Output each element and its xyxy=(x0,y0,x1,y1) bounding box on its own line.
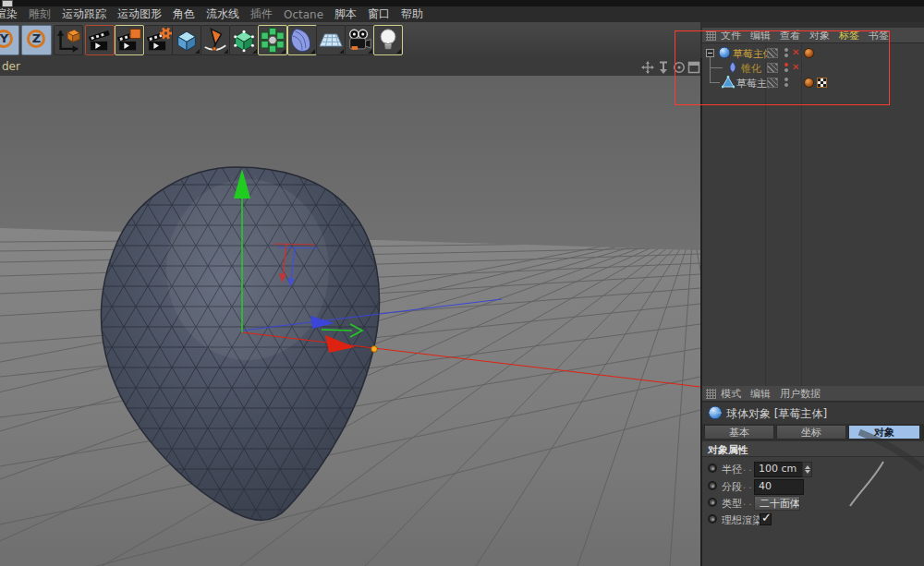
mograph-cluster-icon xyxy=(259,26,286,54)
leader-dots: . . . xyxy=(743,480,754,490)
pen-icon xyxy=(201,26,229,54)
y-view-label: Y xyxy=(0,31,18,45)
enable-toggle[interactable]: ✕ xyxy=(792,47,799,57)
axis-cube-icon xyxy=(55,26,82,54)
check-icon: ✓ xyxy=(761,511,772,524)
viewport-canvas[interactable] xyxy=(0,76,700,566)
pan-view-icon[interactable] xyxy=(641,61,654,74)
menu-character[interactable]: 角色 xyxy=(169,6,199,22)
om-menu-tags[interactable]: 标签 xyxy=(839,29,859,42)
menu-octane[interactable]: Octane xyxy=(280,8,327,21)
om-menu-bookmarks[interactable]: 书签 xyxy=(869,29,889,42)
object-manager-menubar: 文件 编辑 查看 对象 标签 书签 xyxy=(702,28,924,43)
layer-swatch[interactable] xyxy=(767,63,778,73)
rotate-view-icon[interactable] xyxy=(673,61,686,74)
editor-visibility-dot[interactable] xyxy=(784,78,788,81)
camera-button[interactable] xyxy=(345,25,374,55)
menu-sculpt[interactable]: 雕刻 xyxy=(25,6,55,22)
pen-spline-button[interactable] xyxy=(201,25,230,55)
coordinate-system-button[interactable] xyxy=(54,25,83,55)
om-menu-objects[interactable]: 对象 xyxy=(809,29,830,42)
floor-button[interactable] xyxy=(316,25,346,55)
attribute-manager-menubar: 模式 编辑 用户数据 xyxy=(702,386,924,402)
z-view-label: Z xyxy=(22,31,51,45)
material-tag-icon[interactable] xyxy=(804,48,814,58)
type-dropdown[interactable]: 二十面体 xyxy=(754,496,800,511)
menu-motion-tracker[interactable]: 运动跟踪 xyxy=(58,6,110,22)
light-bulb-icon xyxy=(374,26,402,54)
make-editable-button[interactable] xyxy=(229,25,259,55)
z-view-button[interactable]: Z xyxy=(21,25,52,55)
render-visibility-dot[interactable] xyxy=(784,54,788,57)
menu-render[interactable]: 渲染 xyxy=(0,6,21,22)
uvw-tag-icon[interactable] xyxy=(817,78,827,88)
attribute-object-header: 球体对象 [草莓主体] xyxy=(702,403,924,424)
material-tag-icon[interactable] xyxy=(804,78,814,88)
drag-grip-icon[interactable] xyxy=(706,389,716,399)
property-row-radius: 半径 . . . 100 cm xyxy=(702,462,924,477)
polygon-object-icon xyxy=(722,76,735,89)
segments-input[interactable]: 40 xyxy=(754,479,804,495)
radius-input[interactable]: 100 cm xyxy=(754,462,804,477)
om-menu-edit[interactable]: 编辑 xyxy=(750,29,771,42)
am-menu-edit[interactable]: 编辑 xyxy=(750,387,771,401)
enable-toggle[interactable]: ✕ xyxy=(792,62,799,72)
object-row-sphere[interactable]: 草莓主体 ✕ xyxy=(702,46,924,60)
leader-dots: . . . xyxy=(743,497,754,507)
cube-primitive-button[interactable] xyxy=(172,25,201,55)
menu-window[interactable]: 窗口 xyxy=(364,6,394,22)
dolly-view-icon[interactable] xyxy=(657,61,670,74)
main-menubar: 渲染 雕刻 运动跟踪 运动图形 角色 流水线 插件 Octane 脚本 窗口 帮… xyxy=(0,6,924,22)
object-tree: 草莓主体 ✕ 锥化 ✕ xyxy=(702,43,924,386)
tab-basic[interactable]: 基本 xyxy=(704,425,774,440)
render-settings-gear-icon xyxy=(145,26,173,54)
sphere-object-icon xyxy=(718,46,731,59)
drag-grip-icon[interactable] xyxy=(706,30,716,41)
tab-object[interactable]: 对象 xyxy=(848,425,920,440)
menu-mograph[interactable]: 运动图形 xyxy=(114,6,165,22)
keyframe-circle-icon[interactable] xyxy=(708,514,717,524)
maximize-view-icon[interactable] xyxy=(687,61,700,74)
keyframe-circle-icon[interactable] xyxy=(708,498,717,507)
editor-visibility-dot[interactable] xyxy=(784,63,788,66)
property-label: 理想渲染 xyxy=(722,513,762,527)
layer-swatch[interactable] xyxy=(767,48,778,58)
right-panel: 文件 编辑 查看 对象 标签 书签 草莓主体 xyxy=(702,22,924,566)
keyframe-circle-icon[interactable] xyxy=(708,481,717,490)
object-row-polygon[interactable]: 草莓主体 xyxy=(702,76,924,90)
light-button[interactable] xyxy=(373,25,403,55)
menu-script[interactable]: 脚本 xyxy=(331,6,360,22)
render-perfect-checkbox[interactable]: ✓ xyxy=(760,513,772,525)
radius-stepper[interactable] xyxy=(802,462,812,477)
keyframe-circle-icon[interactable] xyxy=(708,464,717,473)
render-picture-viewer-button[interactable] xyxy=(115,25,144,55)
mograph-button[interactable] xyxy=(258,25,287,55)
render-view-button[interactable] xyxy=(85,25,115,55)
om-menu-view[interactable]: 查看 xyxy=(780,29,800,42)
tab-coordinates[interactable]: 坐标 xyxy=(776,425,846,440)
om-menu-file[interactable]: 文件 xyxy=(721,29,741,42)
menu-plugins[interactable]: 插件 xyxy=(247,6,276,22)
object-row-taper[interactable]: 锥化 ✕ xyxy=(702,61,924,75)
menu-pipeline[interactable]: 流水线 xyxy=(202,6,243,22)
main-toolbar: Y Z xyxy=(0,22,700,58)
menu-help[interactable]: 帮助 xyxy=(397,6,427,22)
render-visibility-dot[interactable] xyxy=(784,68,788,72)
radius-handle-dot[interactable] xyxy=(371,346,378,353)
viewport-titlebar: der xyxy=(0,58,700,77)
section-header: 对象属性 xyxy=(702,441,924,457)
collapse-expander-icon[interactable] xyxy=(706,49,714,57)
render-visibility-dot[interactable] xyxy=(784,83,788,87)
property-row-segments: 分段 . . . 40 xyxy=(702,479,924,495)
property-row-type: 类型 . . . 二十面体 xyxy=(702,496,924,512)
am-menu-userdata[interactable]: 用户数据 xyxy=(780,387,821,401)
render-settings-button[interactable] xyxy=(144,25,174,55)
object-name[interactable]: 锥化 xyxy=(741,62,761,76)
render-clapper-icon xyxy=(86,26,114,54)
render-picture-viewer-icon xyxy=(116,26,143,54)
layer-swatch[interactable] xyxy=(767,78,778,88)
deformer-button[interactable] xyxy=(287,25,317,55)
editor-visibility-dot[interactable] xyxy=(784,48,788,52)
am-menu-mode[interactable]: 模式 xyxy=(721,387,741,401)
y-view-button[interactable]: Y xyxy=(0,25,19,55)
